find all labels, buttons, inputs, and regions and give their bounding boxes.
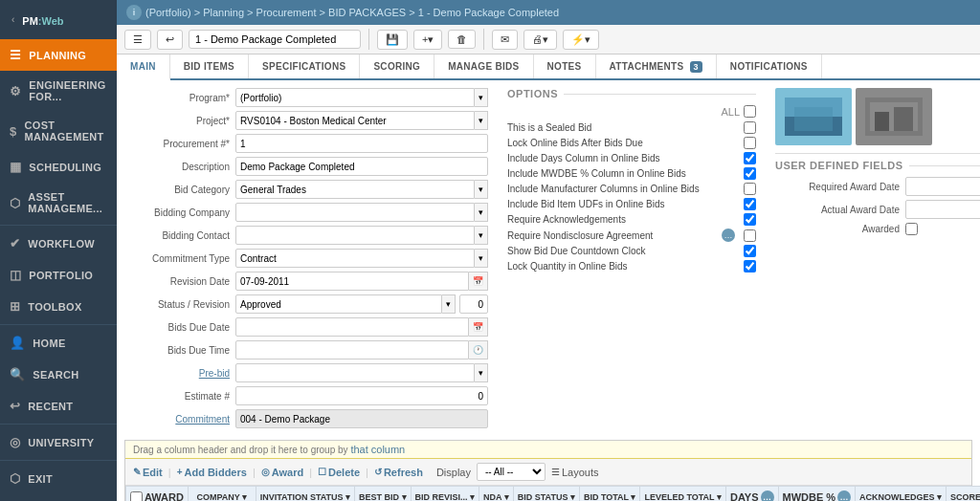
table-section: Drag a column header and drop it here to… [124, 440, 972, 501]
bids-due-date-input[interactable] [235, 317, 469, 337]
program-dropdown-btn[interactable]: ▾ [475, 88, 488, 107]
bidding-contact-input[interactable] [235, 226, 475, 245]
image-2[interactable] [856, 88, 932, 145]
mwdbe-checkbox[interactable] [744, 167, 756, 180]
tab-main[interactable]: Main [117, 54, 170, 80]
estimate-input[interactable] [235, 386, 488, 405]
project-input[interactable] [235, 111, 475, 130]
procurement-input[interactable] [235, 134, 488, 153]
sealed-bid-checkbox[interactable] [744, 121, 756, 134]
commitment-type-input[interactable] [235, 249, 475, 268]
actual-award-date-input[interactable] [905, 200, 980, 219]
project-dropdown-btn[interactable]: ▾ [475, 111, 488, 130]
content-area: Program* ▾ Project* ▾ Procurement #* [117, 80, 980, 501]
tab-specifications[interactable]: Specifications [249, 54, 360, 78]
sidebar-item-workflow[interactable]: ✔ Workflow [0, 228, 117, 259]
revision-num-input[interactable] [459, 294, 488, 314]
countdown-checkbox[interactable] [744, 245, 756, 257]
sidebar-item-portfolio[interactable]: ◫ Portfolio [0, 259, 117, 291]
lock-online-checkbox[interactable] [744, 137, 756, 149]
sidebar-item-exit[interactable]: ⬡ Exit [0, 463, 117, 494]
bid-category-dropdown-btn[interactable]: ▾ [475, 180, 488, 199]
bids-due-time-input[interactable] [235, 340, 469, 359]
commitment-type-dropdown-btn[interactable]: ▾ [475, 249, 488, 268]
revision-date-calendar-btn[interactable]: 📅 [469, 272, 488, 291]
award-btn[interactable]: ◎ Award [261, 467, 303, 478]
revision-date-input[interactable] [235, 272, 469, 291]
record-selector[interactable]: 1 - Demo Package Completed [189, 30, 361, 49]
history-btn[interactable]: ↩ [157, 30, 183, 50]
award-all-checkbox[interactable] [130, 491, 143, 502]
sidebar-item-search[interactable]: 🔍 Search [0, 359, 117, 390]
sidebar-item-cost[interactable]: $ Cost Management [0, 111, 117, 151]
acknowledgements-checkbox[interactable] [744, 213, 756, 226]
required-award-date-input[interactable] [905, 177, 980, 196]
mwdbe-menu-btn[interactable]: … [837, 490, 851, 501]
bid-item-udf-checkbox[interactable] [744, 198, 756, 210]
tab-bid-items[interactable]: Bid Items [170, 54, 249, 78]
description-input[interactable] [235, 157, 488, 176]
days-column-checkbox[interactable] [744, 152, 756, 164]
pre-bid-dropdown-btn[interactable]: ▾ [475, 363, 488, 382]
col-bid-status[interactable]: BID STATUS ▾ [513, 487, 579, 502]
bidding-contact-dropdown-btn[interactable]: ▾ [475, 226, 488, 245]
list-view-btn[interactable]: ☰ [124, 30, 151, 50]
bid-category-input[interactable] [235, 180, 475, 199]
bids-due-time-clock-btn[interactable]: 🕐 [469, 340, 488, 359]
pre-bid-label[interactable]: Pre-bid [124, 368, 230, 379]
bidding-company-input[interactable] [235, 203, 475, 222]
commitment-label[interactable]: Commitment [124, 414, 230, 425]
tab-notifications[interactable]: Notifications [717, 54, 822, 78]
print-btn[interactable]: 🖨▾ [523, 30, 557, 50]
nondisclosure-checkbox[interactable] [744, 229, 756, 242]
tab-manage-bids[interactable]: Manage Bids [434, 54, 533, 78]
days-menu-btn[interactable]: … [761, 490, 774, 501]
col-best-bid[interactable]: BEST BID ▾ [355, 487, 412, 502]
status-dropdown-btn[interactable]: ▾ [442, 294, 456, 314]
awarded-checkbox[interactable] [905, 223, 918, 235]
sidebar-item-university[interactable]: ◎ University [0, 426, 117, 458]
sidebar-item-label: University [28, 437, 94, 448]
sidebar-item-engineering[interactable]: ⚙ Engineering For... [0, 71, 117, 111]
col-acknowledges[interactable]: ACKNOWLEDGES ▾ [856, 487, 947, 502]
pre-bid-input[interactable] [235, 363, 475, 382]
sidebar-item-asset[interactable]: ⬡ Asset Manageme... [0, 183, 117, 223]
layouts-btn[interactable]: ☰ Layouts [551, 467, 599, 478]
sidebar-item-recent[interactable]: ↩ Recent [0, 390, 117, 422]
lock-quantity-checkbox[interactable] [744, 260, 756, 272]
col-nda[interactable]: NDA ▾ [479, 487, 514, 502]
col-bid-total[interactable]: BID TOTAL ▾ [579, 487, 640, 502]
add-bidders-btn[interactable]: + Add Bidders [177, 467, 247, 478]
col-score[interactable]: SCORE ▾ [947, 487, 980, 502]
col-company[interactable]: COMPANY ▾ [188, 487, 256, 502]
manufacturer-checkbox[interactable] [744, 183, 756, 195]
bids-due-date-calendar-btn[interactable]: 📅 [469, 317, 488, 337]
all-checkbox[interactable] [744, 105, 756, 118]
sidebar-item-planning[interactable]: ☰ Planning [0, 39, 117, 71]
display-select[interactable]: -- All -- [477, 463, 546, 481]
sidebar-item-scheduling[interactable]: ▦ Scheduling [0, 151, 117, 183]
commitment-input[interactable] [235, 409, 488, 428]
tab-attachments[interactable]: Attachments 3 [596, 54, 717, 78]
delete-btn[interactable]: 🗑 [448, 30, 476, 49]
add-btn[interactable]: +▾ [413, 30, 442, 50]
tab-notes[interactable]: Notes [534, 54, 596, 78]
tab-scoring[interactable]: Scoring [360, 54, 434, 78]
status-input[interactable] [235, 294, 442, 314]
col-bid-revisi[interactable]: BID REVISI... ▾ [411, 487, 479, 502]
image-1[interactable] [775, 88, 852, 145]
sidebar-item-home[interactable]: 👤 Home [0, 327, 117, 359]
action-btn[interactable]: ⚡▾ [563, 30, 599, 50]
program-input[interactable] [235, 88, 475, 107]
refresh-btn[interactable]: ↺ Refresh [374, 467, 423, 478]
sidebar-item-toolbox[interactable]: ⊞ Toolbox [0, 291, 117, 322]
col-invitation-status[interactable]: INVITATION STATUS ▾ [256, 487, 354, 502]
edit-btn[interactable]: ✎ Edit [133, 467, 163, 478]
nondisclosure-info-icon[interactable]: … [722, 229, 735, 242]
col-leveled-total[interactable]: LEVELED TOTAL ▾ [640, 487, 726, 502]
save-btn[interactable]: 💾 [377, 30, 408, 50]
delete-tbl-btn[interactable]: ☐ Delete [318, 467, 360, 478]
bidding-company-dropdown-btn[interactable]: ▾ [475, 203, 488, 222]
email-btn[interactable]: ✉ [492, 30, 518, 50]
back-arrow[interactable]: ‹ [8, 12, 18, 27]
